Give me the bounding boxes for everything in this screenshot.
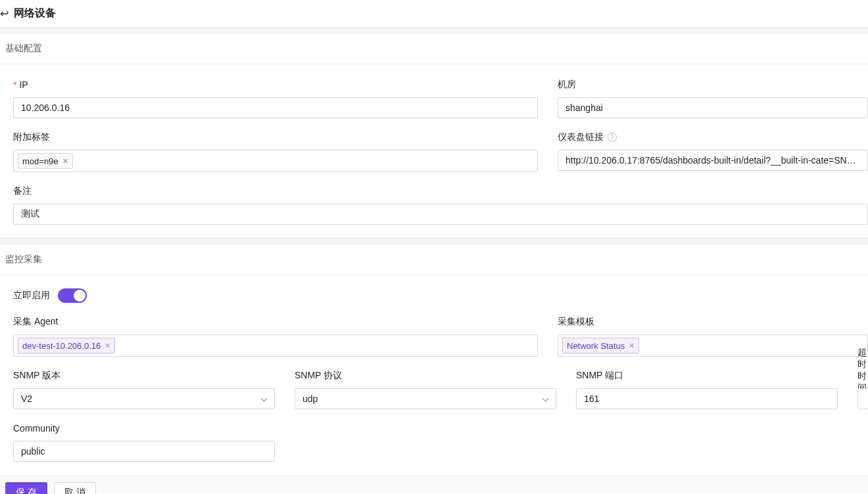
section-divider: [0, 238, 868, 244]
tag-item: mod=n9e ✕: [18, 153, 73, 169]
template-input[interactable]: Network Status ✕: [558, 334, 868, 357]
enable-now-label: 立即启用: [13, 290, 50, 302]
monitor-form: 立即启用 采集 Agent dev-test-10.206.0.16 ✕ 采集模…: [0, 275, 868, 475]
chevron-down-icon: [542, 395, 548, 402]
save-button[interactable]: 保 存: [5, 482, 47, 494]
dashboard-link-input[interactable]: [558, 150, 868, 171]
community-input[interactable]: [13, 441, 275, 462]
remark-input[interactable]: [13, 204, 868, 225]
tag-item: Network Status ✕: [562, 338, 639, 353]
machine-room-label: 机房: [558, 79, 576, 91]
tag-item: dev-test-10.206.0.16 ✕: [18, 338, 115, 353]
machine-room-input[interactable]: [558, 97, 868, 118]
snmp-port-label: SNMP 端口: [576, 370, 623, 382]
field-snmp-port: SNMP 端口: [576, 369, 838, 409]
close-icon[interactable]: ✕: [629, 342, 635, 350]
field-dashboard-link: 仪表盘链接 ?: [558, 130, 868, 172]
tag-text: dev-test-10.206.0.16: [22, 341, 101, 351]
agent-input[interactable]: dev-test-10.206.0.16 ✕: [13, 334, 538, 357]
close-icon[interactable]: ✕: [105, 342, 110, 350]
field-snmp-protocol: SNMP 协议 udp: [295, 369, 556, 409]
cancel-button[interactable]: 取 消: [54, 482, 96, 494]
footer-bar: 保 存 取 消: [0, 475, 868, 494]
field-agent: 采集 Agent dev-test-10.206.0.16 ✕: [13, 315, 538, 357]
page-header: ↩ 网络设备: [0, 0, 868, 27]
agent-label: 采集 Agent: [13, 316, 58, 328]
field-extra-tags: 附加标签 mod=n9e ✕: [13, 130, 538, 172]
required-mark: *: [13, 79, 16, 90]
field-remark: 备注: [13, 184, 868, 225]
field-community: Community: [13, 421, 275, 462]
enable-now-switch[interactable]: [58, 288, 87, 303]
chevron-down-icon: [260, 395, 267, 402]
section-monitor-label: 监控采集: [0, 244, 868, 275]
community-label: Community: [13, 423, 60, 434]
extra-tags-input[interactable]: mod=n9e ✕: [13, 150, 538, 172]
snmp-port-input[interactable]: [576, 388, 838, 409]
tag-text: Network Status: [567, 341, 625, 351]
template-label: 采集模板: [558, 316, 594, 328]
close-icon[interactable]: ✕: [62, 157, 68, 166]
dashboard-link-label: 仪表盘链接: [558, 131, 604, 143]
section-basic-label: 基础配置: [0, 34, 868, 64]
basic-config-form: * IP 机房 附加标签 mod=n9e ✕: [0, 64, 868, 238]
enable-now-row: 立即启用: [13, 288, 868, 303]
select-value: V2: [21, 393, 32, 404]
snmp-version-label: SNMP 版本: [13, 370, 60, 382]
help-icon[interactable]: ?: [608, 133, 617, 142]
timeout-input[interactable]: [857, 388, 868, 409]
field-machine-room: 机房: [558, 78, 868, 118]
snmp-protocol-label: SNMP 协议: [295, 370, 342, 382]
section-divider: [0, 27, 868, 34]
ip-label: IP: [19, 79, 28, 90]
snmp-version-select[interactable]: V2: [13, 388, 275, 409]
field-ip: * IP: [13, 78, 538, 118]
remark-label: 备注: [13, 185, 32, 197]
snmp-protocol-select[interactable]: udp: [295, 388, 556, 409]
ip-input[interactable]: [13, 97, 538, 118]
field-template: 采集模板 Network Status ✕: [558, 315, 868, 357]
extra-tags-label: 附加标签: [13, 131, 50, 143]
back-icon[interactable]: ↩: [0, 7, 9, 20]
field-timeout: 超时时间(s: [857, 369, 868, 409]
page-title: 网络设备: [14, 7, 56, 20]
field-snmp-version: SNMP 版本 V2: [13, 369, 275, 409]
tag-text: mod=n9e: [22, 156, 59, 166]
select-value: udp: [302, 393, 318, 404]
